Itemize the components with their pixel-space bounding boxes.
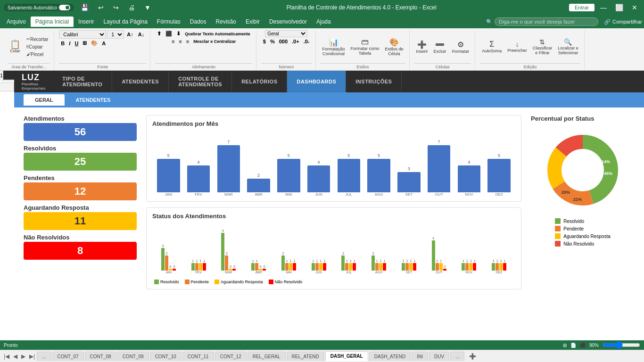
sheet-tab-rel-geral[interactable]: REL_GERAL bbox=[248, 352, 286, 361]
view-layout-icon[interactable]: 📄 bbox=[570, 343, 576, 348]
cell-styles-button[interactable]: 🎨 Estilos deCélula bbox=[383, 37, 405, 57]
login-button[interactable]: Entrar bbox=[569, 4, 594, 11]
copy-button[interactable]: ⎘ Copiar bbox=[25, 43, 50, 50]
fill-button[interactable]: ↓ Preencher bbox=[505, 40, 529, 54]
nav-item-tipo[interactable]: TIPO DEATENDIMENTO bbox=[53, 71, 112, 92]
sheet-tab-dash-atend[interactable]: DASH_ATEND bbox=[369, 352, 411, 361]
zoom-slider[interactable] bbox=[603, 341, 640, 349]
fill-color-button[interactable]: 🎨 bbox=[89, 40, 99, 47]
sheet-tab-duv[interactable]: DUV bbox=[429, 352, 449, 361]
font-color-button[interactable]: A bbox=[100, 40, 107, 47]
format-painter-button[interactable]: 🖌 Pincel bbox=[25, 51, 50, 58]
nav-item-dashboards[interactable]: DASHBOARDS bbox=[287, 71, 346, 92]
sbar-pending-out bbox=[436, 263, 439, 271]
sheet-tab-rel-atend[interactable]: REL_ATEND bbox=[287, 352, 324, 361]
save-button[interactable]: 💾 bbox=[78, 3, 91, 12]
more-button[interactable]: ▼ bbox=[141, 3, 154, 12]
sheet-tab-cont10[interactable]: CONT_10 bbox=[150, 352, 182, 361]
wrap-text-button[interactable]: Quebrar Texto Automaticamente bbox=[183, 30, 252, 37]
align-right-button[interactable]: ≡ bbox=[184, 38, 191, 45]
restore-button[interactable]: ⬜ bbox=[612, 3, 626, 12]
menu-arquivo[interactable]: Arquivo bbox=[2, 16, 31, 27]
sort-filter-icon: ⇅ bbox=[539, 38, 545, 46]
format-table-button[interactable]: 🗃 Formatar comoTabela bbox=[349, 37, 381, 57]
align-middle-button[interactable]: ⬛ bbox=[164, 30, 174, 37]
paste-button[interactable]: 📋 Colar bbox=[8, 39, 23, 54]
menu-layout[interactable]: Layout da Página bbox=[99, 16, 152, 27]
format-cells-button[interactable]: ⚙ Formatar bbox=[450, 39, 471, 55]
tab-nav-prev[interactable]: ◀ bbox=[11, 352, 19, 361]
view-break-icon[interactable]: ⬛ bbox=[580, 343, 586, 348]
increase-decimal-button[interactable]: .0+ bbox=[290, 38, 301, 45]
menu-dados[interactable]: Dados bbox=[185, 16, 211, 27]
menu-pagina-inicial[interactable]: Página Inicial bbox=[31, 16, 74, 27]
find-select-button[interactable]: 🔍 Localizar eSelecionar bbox=[556, 37, 580, 56]
percent-button[interactable]: % bbox=[268, 38, 277, 45]
increase-font-button[interactable]: A↑ bbox=[125, 31, 135, 38]
sheet-tab-ellipsis1[interactable]: ... bbox=[37, 352, 51, 361]
menu-formulas[interactable]: Fórmulas bbox=[152, 16, 185, 27]
italic-button[interactable]: I bbox=[67, 40, 72, 47]
dash-tab-geral[interactable]: GERAL bbox=[24, 94, 65, 106]
close-button[interactable]: ✕ bbox=[629, 3, 640, 12]
menu-revisao[interactable]: Revisão bbox=[211, 16, 241, 27]
add-sheet-button[interactable]: ➕ bbox=[467, 352, 478, 361]
menu-exibir[interactable]: Exibir bbox=[241, 16, 264, 27]
underline-button[interactable]: U bbox=[73, 40, 80, 47]
insert-cells-button[interactable]: ➕ Inserir bbox=[414, 39, 430, 55]
print-button[interactable]: 🖨 bbox=[125, 3, 138, 12]
sheet-tab-cont11[interactable]: CONT_11 bbox=[182, 352, 214, 361]
menu-desenvolvedor[interactable]: Desenvolvedor bbox=[264, 16, 312, 27]
dash-tab-atendentes[interactable]: ATENDENTES bbox=[65, 94, 122, 106]
nav-item-instrucoes[interactable]: INSTRUÇÕES bbox=[346, 71, 402, 92]
share-button[interactable]: 🔗 Compartilhar bbox=[604, 19, 642, 25]
nav-item-atendentes[interactable]: ATENDENTES bbox=[112, 71, 169, 92]
view-normal-icon[interactable]: ⊞ bbox=[563, 343, 567, 348]
autosum-button[interactable]: Σ AutoSoma bbox=[480, 39, 504, 54]
sort-filter-button[interactable]: ⇅ Classificare Filtrar bbox=[531, 37, 554, 56]
paste-label: Colar bbox=[10, 49, 20, 53]
redo-button[interactable]: ↪ bbox=[110, 3, 122, 12]
font-size-select[interactable]: 12 bbox=[107, 30, 124, 39]
align-top-button[interactable]: ⬆ bbox=[155, 30, 163, 37]
delete-cells-button[interactable]: ➖ Excluir bbox=[432, 39, 448, 55]
autosave-toggle-switch[interactable] bbox=[59, 5, 70, 10]
kpi-pendentes: Pendentes 12 bbox=[24, 174, 137, 200]
menu-inserir[interactable]: Inserir bbox=[74, 16, 99, 27]
align-center-button[interactable]: ≡ bbox=[177, 38, 183, 45]
comma-button[interactable]: 000 bbox=[277, 38, 289, 45]
number-format-select[interactable]: Geral bbox=[265, 30, 307, 37]
minimize-button[interactable]: — bbox=[597, 3, 610, 12]
tab-nav-first[interactable]: |◀ bbox=[2, 352, 11, 361]
sheet-tab-cont08[interactable]: CONT_08 bbox=[85, 352, 116, 361]
tab-nav-last[interactable]: ▶| bbox=[27, 352, 37, 361]
nav-item-relatorios[interactable]: RELATÓRIOS bbox=[232, 71, 287, 92]
conditional-format-button[interactable]: 📊 FormataçãoCondicional bbox=[321, 37, 347, 57]
menu-ajuda[interactable]: Ajuda bbox=[312, 16, 336, 27]
tab-nav-next[interactable]: ▶ bbox=[19, 352, 27, 361]
search-input[interactable] bbox=[495, 17, 598, 26]
cut-button[interactable]: ✂ Recortar bbox=[25, 36, 50, 43]
sheet-tab-ini[interactable]: INI bbox=[412, 352, 428, 361]
bold-button[interactable]: B bbox=[59, 40, 66, 47]
sheet-tab-ellipsis2[interactable]: ... bbox=[450, 352, 464, 361]
nav-item-controle[interactable]: CONTROLE DEATENDIMENTOS bbox=[169, 71, 232, 92]
align-bottom-button[interactable]: ⬇ bbox=[174, 30, 182, 37]
decrease-font-button[interactable]: A↓ bbox=[136, 31, 146, 38]
font-family-select[interactable]: Calibri bbox=[59, 30, 106, 39]
currency-button[interactable]: $ bbox=[261, 38, 268, 45]
status-multi-bars-ago: 2111 bbox=[372, 252, 386, 271]
merge-center-button[interactable]: Mesclar e Centralizar bbox=[191, 38, 238, 45]
sheet-tab-cont09[interactable]: CONT_09 bbox=[117, 352, 149, 361]
sheet-tab-cont07[interactable]: CONT_07 bbox=[52, 352, 84, 361]
align-left-button[interactable]: ≡ bbox=[170, 38, 176, 45]
sheet-tab-dash-geral[interactable]: DASH_GERAL bbox=[325, 351, 368, 361]
nav-bar-overlay: LUZ PlanilhasEmpresariais TIPO DEATENDIM… bbox=[14, 71, 644, 297]
border-button[interactable]: ⊞ bbox=[81, 40, 89, 47]
undo-button[interactable]: ↩ bbox=[95, 3, 107, 12]
sbar-unresolved-dez bbox=[503, 263, 506, 271]
decrease-decimal-button[interactable]: .0- bbox=[302, 38, 312, 45]
autosave-toggle[interactable]: Salvamento Automático bbox=[4, 4, 74, 11]
status-text: Pronto bbox=[4, 343, 17, 348]
sheet-tab-cont12[interactable]: CONT_12 bbox=[215, 352, 247, 361]
